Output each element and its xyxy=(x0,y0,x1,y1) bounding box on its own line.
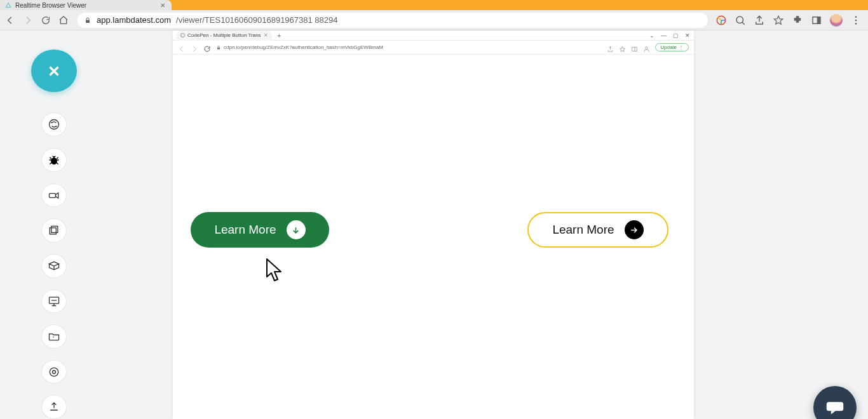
sidebar xyxy=(0,30,108,419)
inner-omnibar: cdpn.io/pen/debug/ZEmvZxK?authentication… xyxy=(173,41,694,55)
location-icon[interactable] xyxy=(41,360,67,384)
files-icon[interactable] xyxy=(41,324,67,349)
gallery-icon[interactable] xyxy=(41,218,67,243)
sidepanel-icon[interactable] xyxy=(811,15,822,26)
extensions-icon[interactable] xyxy=(792,15,803,26)
inner-profile-icon[interactable] xyxy=(643,44,650,51)
svg-rect-12 xyxy=(50,228,56,234)
inner-window-controls: ⌄ — ▢ ✕ xyxy=(649,30,690,41)
upload-icon[interactable] xyxy=(41,395,67,419)
outer-tabstrip: Realtime Browser Viewer ✕ xyxy=(0,0,868,10)
inner-url[interactable]: cdpn.io/pen/debug/ZEmvZxK?authentication… xyxy=(216,44,602,50)
close-session-button[interactable] xyxy=(31,50,77,92)
lock-icon xyxy=(216,45,221,50)
star-icon[interactable] xyxy=(773,15,784,26)
outer-right-icons xyxy=(715,14,864,27)
cursor-icon xyxy=(266,258,282,282)
learn-more-green-label: Learn More xyxy=(214,223,276,237)
svg-rect-19 xyxy=(827,402,843,411)
lock-icon xyxy=(84,17,92,24)
kebab-icon: ⋮ xyxy=(679,44,684,50)
svg-point-9 xyxy=(51,158,57,164)
inner-back-icon xyxy=(178,44,186,51)
svg-rect-0 xyxy=(86,20,90,23)
video-icon[interactable] xyxy=(41,183,67,208)
switch-icon[interactable] xyxy=(41,112,67,136)
close-icon[interactable]: ✕ xyxy=(264,32,268,38)
back-icon[interactable] xyxy=(4,14,17,27)
inner-right-icons: Update⋮ xyxy=(607,43,689,51)
close-window-icon[interactable]: ✕ xyxy=(685,32,690,39)
svg-rect-16 xyxy=(217,47,220,49)
inner-forward-icon xyxy=(191,44,198,51)
inner-star-icon[interactable] xyxy=(619,44,626,51)
outer-omnibox[interactable]: app.lambdatest.com/viewer/TES10160609016… xyxy=(78,13,708,28)
learn-more-yellow-label: Learn More xyxy=(552,223,614,237)
svg-rect-10 xyxy=(50,193,56,197)
profile-avatar[interactable] xyxy=(830,14,843,27)
svg-rect-4 xyxy=(817,17,820,23)
url-host: app.lambdatest.com xyxy=(97,15,171,25)
screen-icon[interactable] xyxy=(41,289,67,314)
update-label: Update xyxy=(660,44,677,50)
tabstrip-accent xyxy=(172,0,868,10)
arrow-right-icon xyxy=(625,220,644,239)
reload-icon[interactable] xyxy=(39,14,52,27)
url-path: /viewer/TES10160609016891967381 88294 xyxy=(176,15,337,25)
chat-icon xyxy=(825,401,844,415)
globe-icon xyxy=(180,33,185,37)
outer-active-tab[interactable]: Realtime Browser Viewer ✕ xyxy=(0,0,172,10)
minimize-icon[interactable]: — xyxy=(661,32,667,39)
svg-point-15 xyxy=(53,370,56,373)
devices-icon[interactable] xyxy=(41,254,67,278)
chevron-down-icon[interactable]: ⌄ xyxy=(649,32,654,39)
app-body: CodePen - Multiple Button Trans ✕ + ⌄ — … xyxy=(0,30,868,419)
inner-window: CodePen - Multiple Button Trans ✕ + ⌄ — … xyxy=(173,30,694,419)
maximize-icon[interactable]: ▢ xyxy=(673,32,679,39)
inner-url-text: cdpn.io/pen/debug/ZEmvZxK?authentication… xyxy=(224,44,383,50)
svg-point-7 xyxy=(855,22,857,24)
svg-point-2 xyxy=(736,17,743,23)
svg-point-14 xyxy=(50,368,58,376)
newtab-icon[interactable]: + xyxy=(277,32,281,39)
inner-tab-title: CodePen - Multiple Button Trans xyxy=(187,32,261,38)
home-icon[interactable] xyxy=(57,14,70,27)
outer-tab-title: Realtime Browser Viewer xyxy=(15,2,86,9)
inner-titlebar: CodePen - Multiple Button Trans ✕ + ⌄ — … xyxy=(173,30,694,41)
inner-tab[interactable]: CodePen - Multiple Button Trans ✕ xyxy=(177,30,272,41)
lambdatest-favicon-icon xyxy=(5,2,11,8)
google-icon[interactable] xyxy=(715,15,727,26)
svg-rect-17 xyxy=(632,47,637,51)
zoom-icon[interactable] xyxy=(735,15,746,26)
svg-point-5 xyxy=(855,16,857,18)
kebab-menu-icon[interactable] xyxy=(850,15,862,26)
learn-more-green-button[interactable]: Learn More xyxy=(191,212,329,248)
arrow-down-icon xyxy=(287,220,306,239)
update-button[interactable]: Update⋮ xyxy=(655,43,689,51)
bug-icon[interactable] xyxy=(41,148,67,172)
inner-share-icon[interactable] xyxy=(607,44,614,51)
svg-point-6 xyxy=(855,19,857,21)
learn-more-yellow-button[interactable]: Learn More xyxy=(527,212,668,248)
inner-content: Learn More Learn More xyxy=(173,55,694,419)
svg-rect-11 xyxy=(51,226,58,232)
svg-point-18 xyxy=(646,47,648,50)
inner-reload-icon[interactable] xyxy=(203,44,211,51)
share-icon[interactable] xyxy=(754,15,765,26)
inner-sidepanel-icon[interactable] xyxy=(631,44,638,51)
outer-toolbar: app.lambdatest.com/viewer/TES10160609016… xyxy=(0,10,868,30)
viewer-area: CodePen - Multiple Button Trans ✕ + ⌄ — … xyxy=(108,30,868,419)
forward-icon xyxy=(22,14,34,27)
svg-point-8 xyxy=(50,120,59,130)
close-icon[interactable]: ✕ xyxy=(160,2,165,9)
